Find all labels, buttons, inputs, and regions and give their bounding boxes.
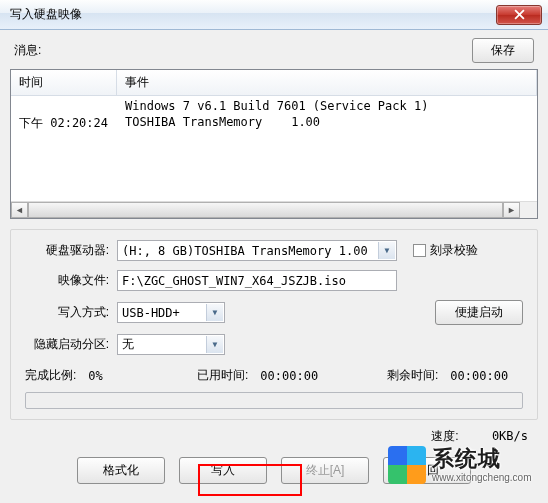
image-value: F:\ZGC_GHOST_WIN7_X64_JSZJB.iso <box>122 274 346 288</box>
writemode-row: 写入方式: USB-HDD+ ▼ 便捷启动 <box>25 300 523 325</box>
close-icon <box>514 9 525 20</box>
log-panel: 时间 事件 Windows 7 v6.1 Build 7601 (Service… <box>10 69 538 219</box>
window-title: 写入硬盘映像 <box>10 6 82 23</box>
format-button[interactable]: 格式化 <box>77 457 165 484</box>
drive-row: 硬盘驱动器: (H:, 8 GB)TOSHIBA TransMemory 1.0… <box>25 240 523 261</box>
verify-checkbox-wrap[interactable]: 刻录校验 <box>413 242 478 259</box>
log-time <box>11 98 117 114</box>
complete-value: 0% <box>88 369 102 383</box>
elapsed-label: 已用时间: <box>197 367 248 384</box>
hidden-row: 隐藏启动分区: 无 ▼ <box>25 334 523 355</box>
log-row[interactable]: 下午 02:20:24 TOSHIBA TransMemory 1.00 <box>11 114 537 133</box>
verify-checkbox[interactable] <box>413 244 426 257</box>
drive-label: 硬盘驱动器: <box>25 242 111 259</box>
drive-value: (H:, 8 GB)TOSHIBA TransMemory 1.00 <box>122 244 368 258</box>
speed-row: 速度: 0KB/s <box>10 428 538 445</box>
progress-stats: 完成比例: 0% 已用时间: 00:00:00 剩余时间: 00:00:00 <box>25 367 523 384</box>
scroll-thumb[interactable] <box>28 202 503 218</box>
client-area: 消息: 保存 时间 事件 Windows 7 v6.1 Build 7601 (… <box>0 30 548 503</box>
log-event: TOSHIBA TransMemory 1.00 <box>117 114 537 133</box>
hiddenpart-dropdown[interactable]: 无 ▼ <box>117 334 225 355</box>
remain-label: 剩余时间: <box>387 367 438 384</box>
column-time[interactable]: 时间 <box>11 70 117 95</box>
abort-button: 终止[A] <box>281 457 369 484</box>
titlebar: 写入硬盘映像 <box>0 0 548 30</box>
scroll-grip <box>520 202 537 218</box>
message-label: 消息: <box>14 42 41 59</box>
log-body: Windows 7 v6.1 Build 7601 (Service Pack … <box>11 96 537 201</box>
chevron-down-icon: ▼ <box>206 304 223 321</box>
log-row[interactable]: Windows 7 v6.1 Build 7601 (Service Pack … <box>11 98 537 114</box>
writemode-label: 写入方式: <box>25 304 111 321</box>
writemode-value: USB-HDD+ <box>122 306 180 320</box>
image-row: 映像文件: F:\ZGC_GHOST_WIN7_X64_JSZJB.iso <box>25 270 523 291</box>
speed-label: 速度: <box>431 429 458 443</box>
top-row: 消息: 保存 <box>10 36 538 69</box>
column-event[interactable]: 事件 <box>117 70 537 95</box>
writemode-dropdown[interactable]: USB-HDD+ ▼ <box>117 302 225 323</box>
drive-dropdown[interactable]: (H:, 8 GB)TOSHIBA TransMemory 1.00 ▼ <box>117 240 397 261</box>
scroll-right-icon[interactable]: ► <box>503 202 520 218</box>
elapsed-value: 00:00:00 <box>260 369 318 383</box>
hiddenpart-value: 无 <box>122 336 134 353</box>
image-path-input[interactable]: F:\ZGC_GHOST_WIN7_X64_JSZJB.iso <box>117 270 397 291</box>
log-time: 下午 02:20:24 <box>11 114 117 133</box>
chevron-down-icon: ▼ <box>206 336 223 353</box>
log-event: Windows 7 v6.1 Build 7601 (Service Pack … <box>117 98 537 114</box>
back-button[interactable]: 返回 <box>383 457 471 484</box>
complete-label: 完成比例: <box>25 367 76 384</box>
image-label: 映像文件: <box>25 272 111 289</box>
settings-group: 硬盘驱动器: (H:, 8 GB)TOSHIBA TransMemory 1.0… <box>10 229 538 420</box>
save-button[interactable]: 保存 <box>472 38 534 63</box>
chevron-down-icon: ▼ <box>378 242 395 259</box>
hiddenpart-label: 隐藏启动分区: <box>25 336 111 353</box>
close-button[interactable] <box>496 5 542 25</box>
horizontal-scrollbar[interactable]: ◄ ► <box>11 201 537 218</box>
log-header: 时间 事件 <box>11 70 537 96</box>
button-row: 格式化 写入 终止[A] 返回 <box>10 457 538 484</box>
speed-value: 0KB/s <box>492 429 528 443</box>
scroll-left-icon[interactable]: ◄ <box>11 202 28 218</box>
quickboot-button[interactable]: 便捷启动 <box>435 300 523 325</box>
write-button[interactable]: 写入 <box>179 457 267 484</box>
remain-value: 00:00:00 <box>450 369 508 383</box>
progress-bar <box>25 392 523 409</box>
verify-label: 刻录校验 <box>430 242 478 259</box>
